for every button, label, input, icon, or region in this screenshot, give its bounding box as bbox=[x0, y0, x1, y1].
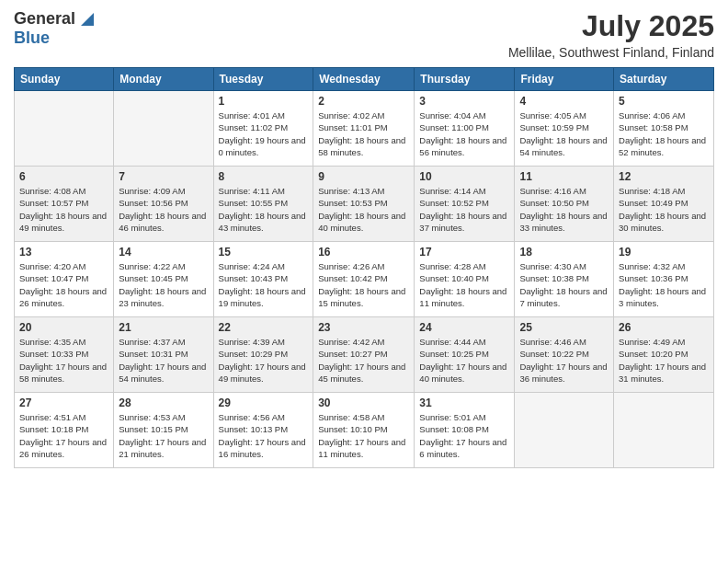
day-number: 7 bbox=[119, 170, 208, 183]
day-info: Sunrise: 4:30 AM Sunset: 10:38 PM Daylig… bbox=[519, 260, 609, 309]
weekday-header-tuesday: Tuesday bbox=[213, 68, 313, 91]
day-number: 3 bbox=[419, 95, 509, 108]
day-info: Sunrise: 4:49 AM Sunset: 10:20 PM Daylig… bbox=[619, 336, 709, 385]
calendar-cell: 17Sunrise: 4:28 AM Sunset: 10:40 PM Dayl… bbox=[415, 242, 515, 317]
day-info: Sunrise: 4:37 AM Sunset: 10:31 PM Daylig… bbox=[119, 336, 208, 385]
day-info: Sunrise: 4:06 AM Sunset: 10:58 PM Daylig… bbox=[619, 109, 709, 158]
title-area: July 2025 Mellilae, Southwest Finland, F… bbox=[508, 9, 714, 60]
day-number: 8 bbox=[219, 170, 309, 183]
day-number: 16 bbox=[318, 246, 409, 259]
calendar-cell bbox=[114, 91, 213, 167]
calendar-cell: 24Sunrise: 4:44 AM Sunset: 10:25 PM Dayl… bbox=[415, 317, 515, 393]
calendar-cell: 15Sunrise: 4:24 AM Sunset: 10:43 PM Dayl… bbox=[213, 242, 313, 317]
day-number: 12 bbox=[619, 170, 709, 183]
day-number: 11 bbox=[519, 170, 609, 183]
calendar-cell: 14Sunrise: 4:22 AM Sunset: 10:45 PM Dayl… bbox=[114, 242, 213, 317]
calendar-cell: 25Sunrise: 4:46 AM Sunset: 10:22 PM Dayl… bbox=[515, 317, 614, 393]
calendar-cell: 5Sunrise: 4:06 AM Sunset: 10:58 PM Dayli… bbox=[614, 91, 714, 167]
calendar-cell bbox=[515, 393, 614, 468]
weekday-header-monday: Monday bbox=[114, 68, 213, 91]
day-number: 1 bbox=[219, 95, 309, 108]
calendar-week-row: 1Sunrise: 4:01 AM Sunset: 11:02 PM Dayli… bbox=[15, 91, 714, 167]
calendar-cell: 29Sunrise: 4:56 AM Sunset: 10:13 PM Dayl… bbox=[213, 393, 313, 468]
calendar-cell: 9Sunrise: 4:13 AM Sunset: 10:53 PM Dayli… bbox=[313, 167, 415, 242]
day-number: 30 bbox=[318, 396, 409, 409]
day-number: 29 bbox=[219, 396, 309, 409]
day-info: Sunrise: 4:53 AM Sunset: 10:15 PM Daylig… bbox=[119, 411, 208, 460]
weekday-header-sunday: Sunday bbox=[15, 68, 114, 91]
day-number: 27 bbox=[19, 396, 108, 409]
day-info: Sunrise: 4:04 AM Sunset: 11:00 PM Daylig… bbox=[419, 109, 509, 158]
day-info: Sunrise: 4:35 AM Sunset: 10:33 PM Daylig… bbox=[19, 336, 108, 385]
day-number: 28 bbox=[119, 396, 208, 409]
day-number: 15 bbox=[219, 246, 309, 259]
day-number: 4 bbox=[519, 95, 609, 108]
day-info: Sunrise: 4:13 AM Sunset: 10:53 PM Daylig… bbox=[318, 185, 409, 234]
day-number: 18 bbox=[519, 246, 609, 259]
logo-blue: Blue bbox=[14, 29, 50, 47]
day-number: 22 bbox=[219, 321, 309, 334]
location-title: Mellilae, Southwest Finland, Finland bbox=[508, 45, 714, 60]
day-number: 26 bbox=[619, 321, 709, 334]
day-info: Sunrise: 4:05 AM Sunset: 10:59 PM Daylig… bbox=[519, 109, 609, 158]
day-info: Sunrise: 4:28 AM Sunset: 10:40 PM Daylig… bbox=[419, 260, 509, 309]
calendar-cell: 1Sunrise: 4:01 AM Sunset: 11:02 PM Dayli… bbox=[213, 91, 313, 167]
calendar-cell: 31Sunrise: 5:01 AM Sunset: 10:08 PM Dayl… bbox=[415, 393, 515, 468]
calendar-cell: 2Sunrise: 4:02 AM Sunset: 11:01 PM Dayli… bbox=[313, 91, 415, 167]
day-info: Sunrise: 4:56 AM Sunset: 10:13 PM Daylig… bbox=[219, 411, 309, 460]
day-info: Sunrise: 4:01 AM Sunset: 11:02 PM Daylig… bbox=[219, 109, 309, 158]
day-number: 6 bbox=[19, 170, 108, 183]
day-number: 10 bbox=[419, 170, 509, 183]
calendar-cell: 21Sunrise: 4:37 AM Sunset: 10:31 PM Dayl… bbox=[114, 317, 213, 393]
calendar-cell: 6Sunrise: 4:08 AM Sunset: 10:57 PM Dayli… bbox=[15, 167, 114, 242]
day-number: 17 bbox=[419, 246, 509, 259]
month-title: July 2025 bbox=[508, 9, 714, 43]
weekday-header-friday: Friday bbox=[515, 68, 614, 91]
day-info: Sunrise: 4:26 AM Sunset: 10:42 PM Daylig… bbox=[318, 260, 409, 309]
day-info: Sunrise: 4:46 AM Sunset: 10:22 PM Daylig… bbox=[519, 336, 609, 385]
day-info: Sunrise: 4:09 AM Sunset: 10:56 PM Daylig… bbox=[119, 185, 208, 234]
calendar-cell: 30Sunrise: 4:58 AM Sunset: 10:10 PM Dayl… bbox=[313, 393, 415, 468]
day-info: Sunrise: 4:22 AM Sunset: 10:45 PM Daylig… bbox=[119, 260, 208, 309]
calendar-cell: 7Sunrise: 4:09 AM Sunset: 10:56 PM Dayli… bbox=[114, 167, 213, 242]
day-number: 21 bbox=[119, 321, 208, 334]
day-number: 25 bbox=[519, 321, 609, 334]
calendar-cell: 4Sunrise: 4:05 AM Sunset: 10:59 PM Dayli… bbox=[515, 91, 614, 167]
day-number: 14 bbox=[119, 246, 208, 259]
day-info: Sunrise: 4:58 AM Sunset: 10:10 PM Daylig… bbox=[318, 411, 409, 460]
day-number: 23 bbox=[318, 321, 409, 334]
day-info: Sunrise: 4:18 AM Sunset: 10:49 PM Daylig… bbox=[619, 185, 709, 234]
day-info: Sunrise: 4:16 AM Sunset: 10:50 PM Daylig… bbox=[519, 185, 609, 234]
weekday-header-saturday: Saturday bbox=[614, 68, 714, 91]
day-info: Sunrise: 4:44 AM Sunset: 10:25 PM Daylig… bbox=[419, 336, 509, 385]
day-info: Sunrise: 4:02 AM Sunset: 11:01 PM Daylig… bbox=[318, 109, 409, 158]
calendar-cell: 3Sunrise: 4:04 AM Sunset: 11:00 PM Dayli… bbox=[415, 91, 515, 167]
page: General Blue July 2025 Mellilae, Southwe… bbox=[0, 0, 728, 563]
weekday-header-row: SundayMondayTuesdayWednesdayThursdayFrid… bbox=[15, 68, 714, 91]
calendar-week-row: 27Sunrise: 4:51 AM Sunset: 10:18 PM Dayl… bbox=[15, 393, 714, 468]
day-info: Sunrise: 4:24 AM Sunset: 10:43 PM Daylig… bbox=[219, 260, 309, 309]
calendar-cell: 19Sunrise: 4:32 AM Sunset: 10:36 PM Dayl… bbox=[614, 242, 714, 317]
weekday-header-thursday: Thursday bbox=[415, 68, 515, 91]
calendar-cell bbox=[614, 393, 714, 468]
day-number: 13 bbox=[19, 246, 108, 259]
calendar-week-row: 20Sunrise: 4:35 AM Sunset: 10:33 PM Dayl… bbox=[15, 317, 714, 393]
calendar-cell: 11Sunrise: 4:16 AM Sunset: 10:50 PM Dayl… bbox=[515, 167, 614, 242]
calendar-cell: 23Sunrise: 4:42 AM Sunset: 10:27 PM Dayl… bbox=[313, 317, 415, 393]
day-info: Sunrise: 5:01 AM Sunset: 10:08 PM Daylig… bbox=[419, 411, 509, 460]
day-number: 31 bbox=[419, 396, 509, 409]
calendar-cell: 8Sunrise: 4:11 AM Sunset: 10:55 PM Dayli… bbox=[213, 167, 313, 242]
day-info: Sunrise: 4:08 AM Sunset: 10:57 PM Daylig… bbox=[19, 185, 108, 234]
calendar-cell: 18Sunrise: 4:30 AM Sunset: 10:38 PM Dayl… bbox=[515, 242, 614, 317]
calendar-cell: 27Sunrise: 4:51 AM Sunset: 10:18 PM Dayl… bbox=[15, 393, 114, 468]
calendar-cell: 28Sunrise: 4:53 AM Sunset: 10:15 PM Dayl… bbox=[114, 393, 213, 468]
day-info: Sunrise: 4:42 AM Sunset: 10:27 PM Daylig… bbox=[318, 336, 409, 385]
day-info: Sunrise: 4:39 AM Sunset: 10:29 PM Daylig… bbox=[219, 336, 309, 385]
calendar-cell: 10Sunrise: 4:14 AM Sunset: 10:52 PM Dayl… bbox=[415, 167, 515, 242]
day-info: Sunrise: 4:32 AM Sunset: 10:36 PM Daylig… bbox=[619, 260, 709, 309]
day-number: 20 bbox=[19, 321, 108, 334]
calendar-week-row: 6Sunrise: 4:08 AM Sunset: 10:57 PM Dayli… bbox=[15, 167, 714, 242]
weekday-header-wednesday: Wednesday bbox=[313, 68, 415, 91]
day-number: 2 bbox=[318, 95, 409, 108]
day-info: Sunrise: 4:20 AM Sunset: 10:47 PM Daylig… bbox=[19, 260, 108, 309]
